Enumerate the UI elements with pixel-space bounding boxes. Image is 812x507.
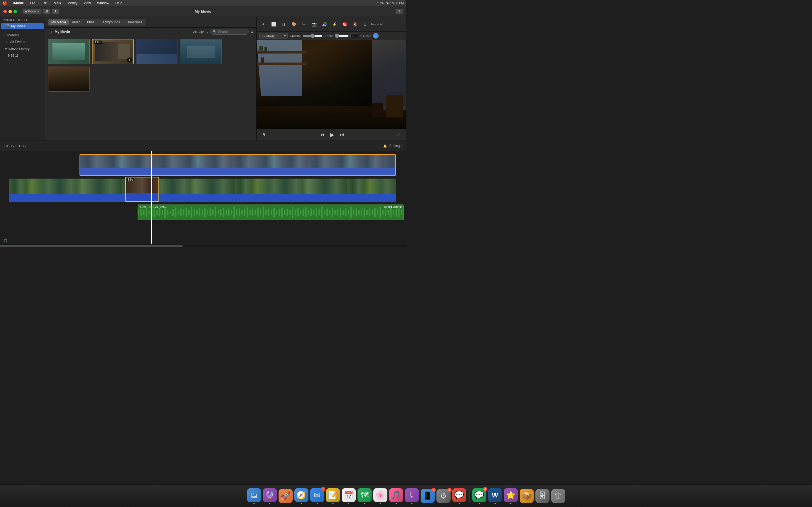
rewind-button[interactable]: ⏮	[320, 132, 324, 137]
stabilize-button[interactable]: 🎯	[341, 20, 349, 28]
magic-wand-button[interactable]: ✦	[259, 20, 267, 28]
menu-imovie[interactable]: iMovie	[12, 1, 25, 5]
track-audio[interactable]: 1.0m – 101027_025... Adjust volume	[138, 205, 404, 220]
dropdown-icon[interactable]: ⌄	[206, 30, 209, 34]
reset-button[interactable]: Reset	[363, 34, 371, 38]
imovie-library-label: iMovie Library	[8, 47, 30, 51]
svg-rect-3	[143, 210, 145, 215]
panel-toggle-button[interactable]: ⊟	[48, 29, 52, 35]
crop-button[interactable]: ⬜	[269, 20, 277, 28]
menu-window[interactable]: Window	[96, 1, 110, 5]
menu-view[interactable]: View	[82, 1, 92, 5]
tab-audio[interactable]: Audio	[69, 19, 84, 25]
my-movie-label: My Movie	[11, 24, 26, 28]
svg-rect-33	[223, 208, 224, 217]
media-clip-2[interactable]: 1.0m +	[92, 39, 134, 64]
tab-my-media[interactable]: My Media	[49, 19, 69, 25]
svg-rect-70	[321, 207, 322, 218]
media-clip-1[interactable]	[48, 39, 90, 64]
svg-rect-58	[289, 210, 291, 214]
svg-rect-43	[250, 210, 251, 215]
svg-rect-41	[244, 209, 246, 216]
confirm-button[interactable]: ✓	[373, 33, 378, 39]
sidebar-item-date[interactable]: 9-25-18	[1, 53, 44, 58]
track-city-video[interactable]	[80, 154, 396, 176]
playhead[interactable]	[151, 151, 152, 244]
media-clip-5[interactable]	[48, 66, 90, 92]
fullscreen-button[interactable]: ⤢	[397, 132, 400, 137]
add-clip-button[interactable]: +	[127, 57, 132, 62]
menu-mark[interactable]: Mark	[52, 1, 62, 5]
info-button[interactable]: ℹ	[361, 20, 369, 28]
noise-button[interactable]: 🔇	[351, 20, 359, 28]
microphone-button[interactable]: 🎙	[262, 132, 267, 137]
audio-clip-name: 1.0m – 101027_025...	[140, 205, 167, 209]
svg-rect-62	[300, 210, 301, 214]
minimize-button[interactable]	[8, 10, 12, 13]
timeline-content: 9.9s 1.0m – 101027_025... Adjust volume	[0, 151, 406, 244]
projects-button[interactable]: ◀ Projects	[22, 9, 42, 14]
scrollbar-thumb[interactable]	[0, 245, 183, 247]
menu-modify[interactable]: Modify	[66, 1, 79, 5]
time-slash: /	[15, 144, 17, 148]
volume-button[interactable]: 🔊	[320, 20, 328, 28]
color-button[interactable]: 🎨	[290, 20, 298, 28]
track-cutaway-video[interactable]: 9.9s	[125, 177, 159, 202]
svg-rect-88	[369, 209, 370, 216]
sidebar-item-imovie-library[interactable]: ▾ iMovie Library	[1, 46, 44, 52]
menu-edit[interactable]: Edit	[41, 1, 49, 5]
tab-backgrounds[interactable]: Backgrounds	[98, 19, 123, 25]
fade-slider[interactable]	[335, 34, 349, 38]
sidebar-item-all-events[interactable]: ＋ All Events	[1, 38, 44, 45]
reset-all-button[interactable]: Reset All	[371, 22, 383, 26]
fade-value-input[interactable]: 0	[350, 34, 358, 38]
circle-button[interactable]: ◑	[280, 20, 288, 28]
menu-file[interactable]: File	[29, 1, 36, 5]
media-clip-4[interactable]	[180, 39, 221, 64]
settings-icon[interactable]: ⚙	[250, 30, 253, 34]
top-section: PROJECT MEDIA 🎬 My Movie LIBRARIES ＋ All…	[0, 17, 406, 141]
clock: Sun 5:38 PM	[386, 1, 404, 5]
svg-rect-31	[218, 210, 219, 214]
svg-rect-48	[263, 207, 264, 218]
timeline-scrollbar[interactable]	[0, 244, 406, 247]
share-button[interactable]: ⬆	[396, 9, 403, 14]
tab-titles[interactable]: Titles	[84, 19, 97, 25]
preview-panel: ✦ ⬜ ◑ 🎨 ✂ 📷 🔊 ⚡ 🎯 🔇 ℹ Reset All Cuta	[257, 17, 406, 140]
speed-button[interactable]: ⚡	[331, 20, 338, 28]
cutaway-select[interactable]: Cutaway	[259, 33, 288, 39]
svg-rect-39	[239, 209, 240, 217]
titlebar: ◀ Projects ⊞ ⬇ My Movie ⬆	[0, 6, 406, 17]
svg-rect-20	[188, 210, 190, 215]
close-button[interactable]	[3, 10, 7, 13]
maximize-button[interactable]	[13, 10, 17, 13]
trim-button[interactable]: ✂	[300, 20, 308, 28]
svg-rect-97	[393, 210, 394, 214]
svg-rect-85	[361, 209, 362, 216]
search-input[interactable]	[218, 30, 246, 34]
svg-rect-26	[204, 208, 206, 217]
tab-transitions[interactable]: Transitions	[123, 19, 145, 25]
media-clip-3[interactable]	[136, 39, 177, 64]
import-button[interactable]: ⬇	[52, 9, 59, 14]
timeline-settings-button[interactable]: Settings	[389, 144, 402, 148]
fade-control: Fade: 0 s Reset ✓	[325, 33, 378, 39]
svg-rect-63	[303, 209, 304, 216]
media-toolbar: My Media Audio Titles Backgrounds Transi…	[45, 17, 256, 27]
sidebar-item-my-movie[interactable]: 🎬 My Movie	[1, 23, 44, 29]
play-pause-button[interactable]: ▶	[330, 131, 334, 138]
fast-forward-button[interactable]: ⏭	[340, 132, 344, 137]
svg-rect-5	[149, 211, 150, 214]
grid-view-button[interactable]: ⊞	[43, 9, 50, 14]
svg-rect-11	[164, 207, 166, 218]
track-main-video[interactable]	[9, 179, 396, 202]
svg-rect-36	[231, 210, 232, 214]
tab-group: My Media Audio Titles Backgrounds Transi…	[48, 19, 146, 25]
apple-icon[interactable]: 🍎	[2, 1, 7, 5]
menu-help[interactable]: Help	[114, 1, 123, 5]
opacity-slider[interactable]	[303, 34, 322, 38]
camera-button[interactable]: 📷	[310, 20, 318, 28]
svg-rect-51	[271, 210, 272, 215]
opacity-control: Opacity:	[290, 34, 322, 38]
media-content-header: ⊟ My Movie All Clips ⌄ 🔍 ⚙	[45, 27, 256, 36]
